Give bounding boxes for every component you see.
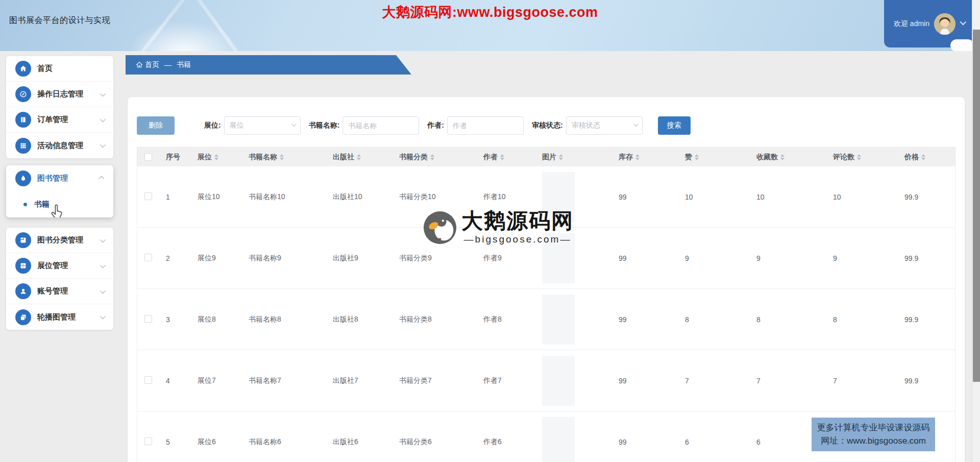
column-header-价格[interactable]: 价格	[901, 153, 955, 162]
sidebar-item-操作日志管理[interactable]: 操作日志管理	[6, 82, 113, 107]
select-all-checkbox[interactable]	[144, 153, 152, 161]
cell-favorites: 9	[753, 254, 830, 262]
author-input[interactable]	[447, 116, 524, 135]
chevron-down-icon	[100, 90, 106, 96]
column-header-图片[interactable]: 图片	[539, 153, 616, 162]
author-filter-label: 作者:	[427, 121, 444, 130]
column-header-作者[interactable]: 作者	[480, 153, 539, 162]
scrollbar-thumb[interactable]	[973, 30, 980, 382]
audit-status-select[interactable]: 审核状态	[566, 116, 643, 135]
column-header-展位[interactable]: 展位	[194, 153, 246, 162]
column-header-评论数[interactable]: 评论数	[830, 153, 901, 162]
book-image-placeholder	[542, 417, 575, 462]
column-header-书籍分类[interactable]: 书籍分类	[396, 153, 480, 162]
admin-user-box[interactable]: 欢迎 admin	[884, 0, 972, 47]
sidebar-item-活动信息管理[interactable]: 活动信息管理	[6, 133, 113, 158]
promo-line1: 更多计算机专业毕设课设源码	[817, 421, 930, 434]
user-avatar[interactable]	[934, 13, 955, 35]
book-expo-admin-page: 图书展会平台的设计与实现 大鹅源码网:www.bigsgoose.com 欢迎 …	[0, 0, 980, 462]
row-checkbox[interactable]	[144, 254, 152, 261]
cell-publisher: 出版社8	[330, 315, 396, 324]
sidebar-item-图书管理[interactable]: 图书管理	[6, 165, 113, 191]
sidebar-item-books-sub[interactable]: 书籍	[6, 191, 113, 217]
column-header-收藏数[interactable]: 收藏数	[753, 153, 830, 162]
chevron-down-icon	[291, 121, 297, 127]
delete-button[interactable]: 删除	[137, 116, 175, 135]
book-name-filter-label: 书籍名称:	[309, 121, 340, 130]
cloud-decoration	[950, 39, 974, 51]
book-image-placeholder	[542, 233, 575, 283]
sort-arrows-icon[interactable]	[921, 154, 925, 160]
sidebar-group-main: 首页操作日志管理订单管理活动信息管理	[6, 56, 113, 158]
column-header-赞[interactable]: 赞	[682, 153, 753, 162]
cell-publisher: 出版社7	[330, 376, 396, 385]
sidebar-group-books: 图书管理 书籍	[6, 165, 113, 217]
glow-decoration	[128, 20, 240, 51]
chevron-down-icon[interactable]	[960, 19, 967, 26]
sidebar-item-label: 图书管理	[37, 174, 100, 183]
cell-author: 作者8	[480, 315, 539, 324]
sidebar-item-账号管理[interactable]: 账号管理	[6, 279, 113, 304]
column-header-书籍名称[interactable]: 书籍名称	[246, 153, 330, 162]
cell-publisher: 出版社6	[330, 437, 396, 447]
sidebar-item-图书分类管理[interactable]: 图书分类管理	[6, 228, 113, 253]
sort-arrows-icon[interactable]	[357, 154, 361, 160]
sidebar-item-label: 轮播图管理	[37, 312, 100, 322]
breadcrumb-home-link[interactable]: 首页	[136, 60, 159, 69]
row-checkbox[interactable]	[144, 192, 152, 200]
cell-booth: 展位8	[194, 315, 246, 324]
row-checkbox[interactable]	[144, 437, 152, 445]
cell-likes: 10	[682, 193, 753, 201]
sidebar-item-订单管理[interactable]: 订单管理	[6, 107, 113, 133]
column-header-库存[interactable]: 库存	[616, 153, 682, 162]
book-image-placeholder	[542, 172, 575, 222]
book-name-input[interactable]	[342, 116, 419, 135]
sidebar-item-label: 展位管理	[37, 261, 100, 271]
column-header-出版社[interactable]: 出版社	[330, 153, 396, 162]
cell-booth: 展位7	[194, 376, 246, 385]
cell-price: 99.9	[901, 193, 955, 201]
sort-arrows-icon[interactable]	[500, 154, 504, 160]
promo-line2: 网址：www.bigsgoose.com	[821, 434, 926, 448]
cell-booth: 展位9	[194, 254, 246, 263]
sidebar-item-首页[interactable]: 首页	[6, 56, 113, 82]
row-checkbox[interactable]	[144, 315, 152, 323]
cell-name: 书籍名称6	[246, 437, 330, 447]
sort-arrows-icon[interactable]	[857, 154, 861, 160]
sidebar-group-bottom: 图书分类管理展位管理账号管理轮播图管理	[6, 228, 113, 330]
sort-arrows-icon[interactable]	[214, 154, 218, 160]
sort-arrows-icon[interactable]	[559, 154, 563, 160]
sidebar-item-label: 账号管理	[37, 286, 100, 296]
order-icon	[15, 112, 31, 128]
cell-name: 书籍名称10	[246, 192, 330, 202]
cell-author: 作者9	[480, 254, 539, 263]
row-checkbox[interactable]	[144, 376, 152, 384]
book-image-placeholder	[542, 356, 575, 406]
sidebar-item-轮播图管理[interactable]: 轮播图管理	[6, 304, 113, 330]
sort-arrows-icon[interactable]	[280, 154, 284, 160]
cell-publisher: 出版社10	[330, 192, 396, 202]
vertical-scrollbar[interactable]	[972, 0, 980, 462]
cell-category: 书籍分类9	[396, 254, 480, 263]
chevron-down-icon	[633, 121, 639, 127]
cell-author: 作者6	[480, 437, 539, 447]
chevron-down-icon	[100, 236, 106, 242]
sidebar-submenu-label: 书籍	[34, 200, 50, 209]
sort-arrows-icon[interactable]	[780, 154, 785, 160]
sort-arrows-icon[interactable]	[695, 154, 699, 160]
sidebar-item-展位管理[interactable]: 展位管理	[6, 253, 113, 279]
sidebar-nav: 首页操作日志管理订单管理活动信息管理 图书管理 书籍 图书分类管理展位管理账号管…	[6, 56, 113, 330]
cell-seq: 4	[163, 377, 194, 385]
cell-likes: 6	[682, 438, 753, 446]
home-icon	[136, 61, 143, 68]
cell-favorites: 7	[753, 377, 830, 385]
bullet-dot-icon	[23, 203, 27, 206]
table-row: 2展位9书籍名称9出版社9书籍分类9作者99999999.9	[137, 228, 955, 289]
sort-arrows-icon[interactable]	[430, 154, 434, 160]
booth-select[interactable]: 展位	[224, 116, 301, 135]
search-button[interactable]: 搜索	[658, 116, 691, 135]
chevron-down-icon	[100, 142, 106, 148]
sort-arrows-icon[interactable]	[635, 154, 640, 160]
cell-price: 99.9	[901, 315, 955, 324]
cell-comments: 10	[830, 193, 901, 201]
